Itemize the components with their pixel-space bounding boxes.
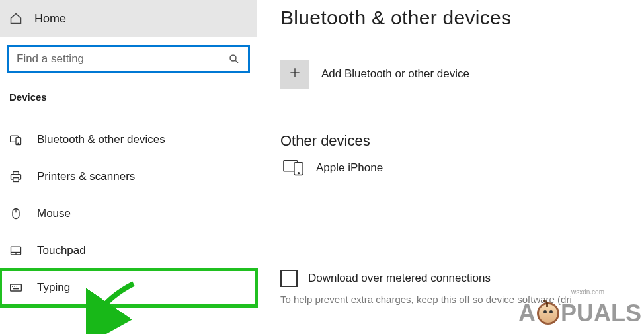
svg-rect-5 <box>13 172 19 175</box>
svg-point-0 <box>230 55 236 61</box>
svg-point-22 <box>298 173 300 174</box>
printer-icon <box>9 170 22 183</box>
sidebar-item-label: Printers & scanners <box>37 170 135 183</box>
keyboard-icon <box>9 281 22 294</box>
sidebar-item-label: Typing <box>37 281 70 294</box>
other-devices-title: Other devices <box>280 132 644 149</box>
svg-rect-6 <box>13 178 19 182</box>
sidebar: Home Devices Bluetooth & other devices P… <box>0 0 257 334</box>
home-icon <box>9 12 22 25</box>
devices-icon <box>9 133 22 146</box>
add-device-label: Add Bluetooth or other device <box>321 67 469 81</box>
page-title: Bluetooth & other devices <box>280 7 644 29</box>
plus-icon <box>288 66 302 82</box>
sidebar-category: Devices <box>0 73 257 109</box>
mouse-icon <box>9 207 22 220</box>
watermark-face-icon <box>537 302 559 325</box>
sidebar-item-printers[interactable]: Printers & scanners <box>0 158 257 195</box>
sidebar-item-typing[interactable]: Typing <box>0 269 257 306</box>
sidebar-item-bluetooth[interactable]: Bluetooth & other devices <box>0 121 257 158</box>
search-input[interactable] <box>17 52 228 65</box>
svg-rect-12 <box>11 284 22 291</box>
phone-device-icon <box>283 159 304 177</box>
home-nav[interactable]: Home <box>0 0 257 37</box>
touchpad-icon <box>9 244 22 257</box>
sidebar-item-label: Mouse <box>37 207 71 220</box>
device-label: Apple iPhone <box>316 161 383 175</box>
home-label: Home <box>34 12 66 26</box>
add-device-button[interactable]: Add Bluetooth or other device <box>280 60 644 89</box>
device-row[interactable]: Apple iPhone <box>280 159 644 177</box>
search-icon <box>228 53 240 65</box>
sidebar-item-label: Touchpad <box>37 244 86 257</box>
metered-help-text: To help prevent extra charges, keep this… <box>280 294 644 305</box>
metered-checkbox-row[interactable]: Download over metered connections <box>280 270 644 287</box>
svg-point-3 <box>18 143 19 144</box>
checkbox-icon[interactable] <box>280 270 298 287</box>
metered-label: Download over metered connections <box>308 272 491 285</box>
search-input-wrap[interactable] <box>7 45 250 73</box>
sidebar-item-label: Bluetooth & other devices <box>37 133 165 146</box>
add-device-tile <box>280 60 309 89</box>
main-pane: Bluetooth & other devices Add Bluetooth … <box>257 0 644 334</box>
sidebar-item-mouse[interactable]: Mouse <box>0 195 257 232</box>
sidebar-item-touchpad[interactable]: Touchpad <box>0 232 257 269</box>
